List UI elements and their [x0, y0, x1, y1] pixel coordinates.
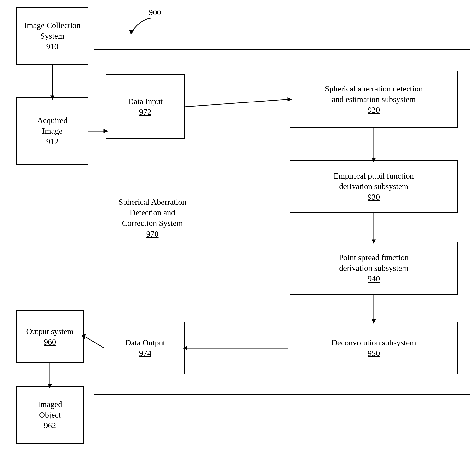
- imaged-object-box: ImagedObject 962: [16, 386, 83, 444]
- image-collection-label: Image CollectionSystem: [24, 20, 80, 41]
- deconvolution-box: Deconvolution subsystem 950: [290, 322, 458, 375]
- correction-system-text: Spherical AberrationDetection andCorrect…: [119, 198, 186, 227]
- data-input-box: Data Input 972: [106, 75, 185, 139]
- point-spread-box: Point spread functionderivation subsyste…: [290, 242, 458, 294]
- image-collection-box: Image CollectionSystem 910: [16, 7, 88, 65]
- reference-number: 900: [149, 7, 161, 18]
- acquired-image-number: 912: [46, 136, 59, 147]
- output-system-number: 960: [44, 337, 56, 347]
- output-system-label: Output system: [26, 326, 74, 337]
- data-output-label: Data Output: [125, 338, 165, 348]
- point-spread-label: Point spread functionderivation subsyste…: [339, 252, 409, 273]
- acquired-image-box: AcquiredImage 912: [16, 97, 88, 165]
- spherical-aberration-label: Spherical aberration detectionand estima…: [325, 83, 423, 105]
- acquired-image-label: AcquiredImage: [37, 115, 68, 136]
- data-input-number: 972: [139, 107, 151, 117]
- correction-system-number: 970: [146, 229, 159, 238]
- data-output-box: Data Output 974: [106, 322, 185, 375]
- output-system-box: Output system 960: [16, 310, 83, 363]
- data-input-label: Data Input: [128, 96, 163, 107]
- imaged-object-number: 962: [44, 420, 56, 431]
- deconvolution-label: Deconvolution subsystem: [332, 338, 416, 348]
- image-collection-number: 910: [46, 41, 59, 52]
- spherical-aberration-box: Spherical aberration detectionand estima…: [290, 71, 458, 128]
- diagram: 900 Image CollectionSystem 910 AcquiredI…: [0, 0, 476, 451]
- data-output-number: 974: [139, 348, 151, 359]
- empirical-pupil-box: Empirical pupil functionderivation subsy…: [290, 160, 458, 213]
- deconvolution-number: 950: [368, 348, 380, 359]
- spherical-aberration-number: 920: [368, 105, 380, 115]
- empirical-pupil-number: 930: [368, 192, 380, 202]
- empirical-pupil-label: Empirical pupil functionderivation subsy…: [334, 171, 414, 192]
- svg-marker-0: [129, 30, 134, 34]
- imaged-object-label: ImagedObject: [38, 399, 62, 420]
- correction-system-label: Spherical AberrationDetection andCorrect…: [101, 197, 204, 239]
- point-spread-number: 940: [368, 273, 380, 284]
